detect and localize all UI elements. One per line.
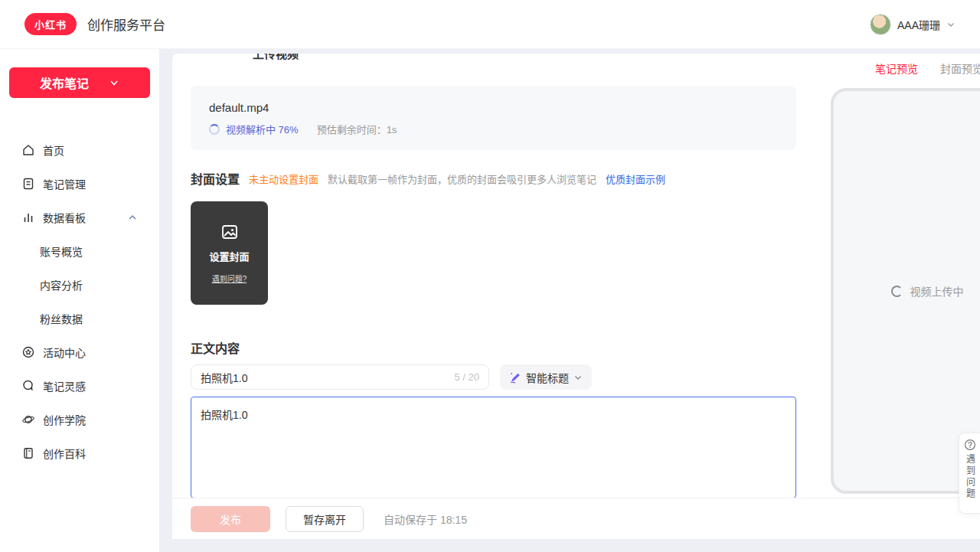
chevron-up-icon — [127, 212, 138, 223]
sidebar-item-label: 笔记管理 — [43, 176, 86, 191]
publish-note-label: 发布笔记 — [40, 73, 89, 92]
preview-tabs: 笔记预览 封面预览 — [875, 60, 980, 76]
set-cover-label: 设置封面 — [209, 249, 249, 263]
tab-note-preview[interactable]: 笔记预览 — [875, 60, 918, 76]
save-and-exit-button[interactable]: 暂存离开 — [286, 506, 364, 532]
question-icon — [964, 439, 976, 451]
chevron-down-icon — [109, 77, 119, 88]
inspiration-icon — [21, 379, 35, 393]
sidebar-item-label: 创作百科 — [43, 446, 86, 461]
sidebar-item-activity-center[interactable]: 活动中心 — [0, 335, 159, 369]
clipped-section-title: 上传视频 — [253, 54, 299, 61]
video-uploading-indicator: 视频上传中 — [891, 283, 964, 299]
cover-settings-row: 封面设置 未主动设置封面 默认截取第一帧作为封面，优质的封面会吸引更多人浏览笔记… — [191, 169, 665, 188]
main-content-card: 上传视频 default.mp4 视频解析中 76% 预估剩余时间：1s 封面设… — [172, 54, 980, 539]
sidebar-item-label: 数据看板 — [43, 210, 86, 225]
cover-trouble-link[interactable]: 遇到问题? — [212, 273, 247, 284]
sidebar-item-data-dashboard[interactable]: 数据看板 — [0, 201, 159, 234]
sidebar-item-note-management[interactable]: 笔记管理 — [0, 167, 159, 201]
app-title: 创作服务平台 — [87, 15, 165, 34]
bar-chart-icon — [21, 211, 35, 224]
tab-cover-preview[interactable]: 封面预览 — [940, 60, 980, 76]
video-status-row: 视频解析中 76% 预估剩余时间：1s — [209, 122, 778, 136]
smart-title-button[interactable]: 智能标题 — [500, 364, 592, 390]
title-counter: 5 / 20 — [454, 371, 479, 383]
video-file-name: default.mp4 — [209, 101, 778, 114]
user-name: AAA珊珊 — [897, 17, 940, 32]
sidebar-item-content-analysis[interactable]: 内容分析 — [0, 268, 159, 302]
smart-title-label: 智能标题 — [526, 370, 569, 385]
sidebar-item-label: 活动中心 — [43, 345, 86, 360]
sidebar-item-label: 笔记灵感 — [43, 378, 86, 394]
cover-example-link[interactable]: 优质封面示例 — [606, 171, 665, 186]
sidebar-item-label: 粉丝数据 — [40, 311, 83, 326]
parsing-spinner-icon — [209, 124, 220, 135]
cover-hint-text: 默认截取第一帧作为封面，优质的封面会吸引更多人浏览笔记 — [328, 171, 596, 186]
sidebar-item-creator-encyclopedia[interactable]: 创作百科 — [0, 436, 159, 470]
title-input-wrap: 5 / 20 — [191, 364, 489, 390]
user-menu[interactable]: AAA珊珊 — [870, 14, 956, 35]
body-textarea[interactable]: 拍照机1.0 — [191, 397, 796, 498]
avatar — [870, 14, 891, 35]
sidebar: 发布笔记 首页 笔记管理 数据看板 账号概览 内容分析 粉丝数据 活动中心 — [0, 49, 159, 552]
magic-pen-icon — [509, 371, 521, 384]
note-icon — [21, 177, 35, 191]
phone-preview-frame: 视频上传中 — [831, 88, 980, 494]
title-input[interactable] — [201, 371, 454, 384]
body-section-title: 正文内容 — [191, 338, 240, 357]
help-widget-button[interactable]: 遇到问题 — [959, 433, 980, 514]
book-icon — [21, 446, 35, 460]
cover-warning-text: 未主动设置封面 — [249, 171, 318, 186]
help-widget-label: 遇到问题 — [965, 454, 975, 500]
cover-section-title: 封面设置 — [191, 169, 240, 188]
eta-text: 预估剩余时间：1s — [317, 122, 397, 136]
sidebar-item-home[interactable]: 首页 — [0, 133, 159, 167]
publish-button[interactable]: 发布 — [191, 506, 270, 532]
top-header: 小红书 创作服务平台 AAA珊珊 — [0, 0, 980, 49]
sidebar-item-label: 账号概览 — [40, 243, 83, 259]
uploading-text: 视频上传中 — [910, 283, 964, 299]
chevron-down-icon — [946, 20, 956, 29]
sidebar-item-note-inspiration[interactable]: 笔记灵感 — [0, 369, 159, 403]
sidebar-item-account-overview[interactable]: 账号概览 — [0, 234, 159, 268]
sidebar-item-label: 创作学院 — [43, 412, 86, 427]
sidebar-item-creator-academy[interactable]: 创作学院 — [0, 403, 159, 436]
footer-action-bar: 发布 暂存离开 自动保存于 18:15 — [172, 498, 980, 539]
chevron-down-icon — [573, 373, 583, 382]
star-circle-icon — [21, 345, 35, 359]
sidebar-item-label: 内容分析 — [40, 277, 83, 292]
uploading-spinner-icon — [891, 286, 903, 297]
xiaohongshu-logo[interactable]: 小红书 — [24, 13, 77, 35]
image-icon — [220, 223, 239, 241]
sidebar-nav: 首页 笔记管理 数据看板 账号概览 内容分析 粉丝数据 活动中心 笔记灵感 — [0, 133, 159, 470]
sidebar-item-label: 首页 — [43, 142, 64, 158]
publish-note-button[interactable]: 发布笔记 — [9, 67, 150, 98]
sidebar-item-fans-data[interactable]: 粉丝数据 — [0, 302, 159, 335]
parsing-status-text: 视频解析中 76% — [226, 122, 299, 136]
autosave-text: 自动保存于 18:15 — [384, 511, 467, 527]
video-upload-card: default.mp4 视频解析中 76% 预估剩余时间：1s — [191, 86, 796, 150]
set-cover-button[interactable]: 设置封面 遇到问题? — [191, 201, 268, 305]
planet-icon — [21, 413, 35, 426]
home-icon — [21, 143, 35, 157]
